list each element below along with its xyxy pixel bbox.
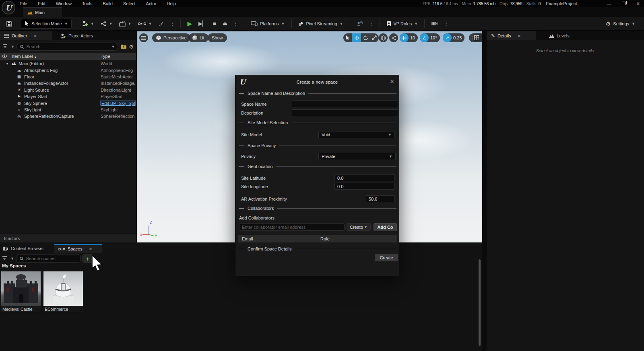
play-options-dots[interactable]: ⋮	[231, 21, 241, 27]
add-actor-dropdown[interactable]: ▼	[78, 19, 97, 28]
table-row-instanced-foliage[interactable]: ◉ InstancedFoliageActor InstancedFoliage…	[0, 80, 136, 86]
rotation-snap-control[interactable]: ∠ 10°	[420, 33, 440, 42]
tab-outliner[interactable]: Outliner ✕	[0, 31, 52, 40]
tab-levels[interactable]: Levels	[545, 31, 574, 40]
edit-blueprint-link[interactable]: Edit BP_Sky_Sphe	[101, 101, 135, 106]
close-spaces-tab-icon[interactable]: ✕	[89, 247, 92, 251]
spaces-search-input[interactable]	[26, 256, 77, 261]
perspective-dropdown[interactable]: Perspective	[152, 33, 190, 42]
table-row-main-editor[interactable]: ▼ Main (Editor) World	[0, 60, 136, 67]
table-row-atmospheric-fog[interactable]: ☁ Atmospheric Fog AtmosphericFog	[0, 67, 136, 73]
lit-dropdown[interactable]: Lit	[188, 33, 208, 42]
create-button[interactable]: Create	[375, 254, 398, 261]
menu-build[interactable]: Build	[103, 1, 113, 6]
close-button[interactable]: ✕	[635, 1, 641, 6]
visibility-eye-icon[interactable]	[0, 54, 9, 59]
vp-roles-dropdown[interactable]: VP Roles▼	[383, 19, 421, 28]
table-row-light-source[interactable]: ☀ Light Source DirectionalLight	[0, 87, 136, 93]
scale-tool-button[interactable]	[370, 33, 379, 42]
camera-options-dots[interactable]: ⋮	[441, 21, 451, 27]
column-item-label[interactable]: Item Label ▲	[12, 54, 37, 59]
table-row-sphere-reflection[interactable]: ◎ SphereReflectionCapture SphereReflecti…	[0, 113, 136, 119]
surface-snapping-button[interactable]	[389, 33, 398, 42]
move-tool-button[interactable]	[352, 33, 361, 42]
table-row-player-start[interactable]: ⚑ Player Start PlayerStart	[0, 93, 136, 100]
menu-window[interactable]: Window	[56, 1, 72, 6]
selection-mode-dropdown[interactable]: Selection Mode▼	[21, 19, 72, 29]
eject-button[interactable]: ⏏	[219, 19, 231, 28]
menu-edit[interactable]: Edit	[38, 1, 45, 6]
privacy-dropdown[interactable]: Private▼	[318, 153, 396, 160]
new-folder-icon[interactable]	[120, 44, 127, 50]
add-collaborator-button[interactable]: Add Co	[374, 223, 397, 231]
save-button[interactable]	[3, 19, 15, 28]
outliner-settings-gear-icon[interactable]: ⚙	[129, 44, 134, 50]
collaborator-role-dropdown[interactable]: Creato▼	[347, 223, 371, 231]
spaces-filter-icon[interactable]	[2, 256, 8, 261]
menu-help[interactable]: Help	[167, 1, 176, 6]
menu-tools[interactable]: Tools	[82, 1, 93, 6]
menu-file[interactable]: File	[20, 1, 27, 6]
stop-button[interactable]: ■	[210, 19, 219, 28]
site-latitude-input[interactable]	[334, 174, 395, 181]
ar-activation-proximity-input[interactable]	[366, 195, 395, 202]
close-outliner-tab-icon[interactable]: ✕	[34, 34, 37, 38]
scale-snap-control[interactable]: ↗ 0.25	[443, 33, 464, 42]
space-card-medieval-castle[interactable]: Medieval Castle	[1, 271, 41, 312]
restore-button[interactable]	[621, 1, 626, 6]
outliner-search-box[interactable]: ▼	[17, 43, 118, 51]
collab-viewer-button[interactable]	[353, 19, 366, 28]
menu-actor[interactable]: Actor	[146, 1, 157, 6]
grid-snap-control[interactable]: 10	[400, 33, 418, 42]
collaborator-email-input[interactable]	[239, 223, 345, 231]
filter-chevron-icon[interactable]: ▼	[11, 45, 14, 49]
section-site-model: Site Model Selection	[239, 120, 396, 125]
virtual-camera-button[interactable]	[428, 19, 441, 28]
menu-select[interactable]: Select	[123, 1, 136, 6]
toolbar-overflow-dots[interactable]: ⋮	[167, 21, 177, 27]
paint-tool-button[interactable]	[155, 19, 167, 28]
viewport-options-menu[interactable]	[139, 33, 148, 42]
table-row-skylight[interactable]: ☼ SkyLight SkyLight	[0, 107, 136, 113]
select-tool-button[interactable]	[343, 33, 352, 42]
blueprints-dropdown[interactable]: ▼	[97, 19, 116, 28]
outliner-column-header[interactable]: Item Label ▲ Type	[0, 53, 136, 60]
foliage-icon: ◉	[16, 81, 22, 86]
dialog-close-icon[interactable]: ✕	[390, 79, 394, 84]
spaces-search-box[interactable]	[16, 255, 80, 263]
space-card-ecommerce[interactable]: ECommerce	[43, 271, 83, 312]
maximize-viewport-button[interactable]	[472, 33, 481, 42]
filter-icon[interactable]	[2, 44, 9, 49]
platforms-dropdown[interactable]: Platforms▼	[248, 20, 288, 28]
vertical-scrollbar[interactable]	[479, 259, 481, 346]
tab-main-level[interactable]: Main	[23, 7, 62, 17]
play-button[interactable]: ▶	[184, 18, 195, 29]
pixel-streaming-dropdown[interactable]: Pixel Streaming▼	[295, 19, 347, 28]
cinematics-dropdown[interactable]: ▼	[116, 19, 135, 28]
sequencer-dropdown[interactable]: ▼	[135, 20, 155, 28]
rotate-tool-button[interactable]	[361, 33, 370, 42]
space-name-input[interactable]	[292, 101, 398, 107]
collab-options-dots[interactable]: ⋮	[366, 21, 376, 27]
tab-place-actors[interactable]: Place Actors	[56, 31, 97, 40]
description-input[interactable]	[292, 109, 398, 116]
show-dropdown[interactable]: Show	[208, 33, 227, 42]
table-row-sky-sphere[interactable]: ◍ Sky Sphere Edit BP_Sky_Sphe	[0, 100, 136, 106]
minimize-button[interactable]: —	[606, 1, 612, 6]
site-longitude-input[interactable]	[334, 183, 395, 190]
expand-caret-icon[interactable]: ▼	[6, 62, 10, 66]
collab-column-email: Email	[242, 236, 253, 241]
table-row-floor[interactable]: ▦ Floor StaticMeshActor	[0, 74, 136, 80]
close-details-tab-icon[interactable]: ✕	[518, 34, 521, 38]
tab-spaces[interactable]: Spaces ✕	[54, 244, 102, 253]
tab-details[interactable]: ✎ Details ✕	[487, 31, 536, 40]
world-space-toggle[interactable]	[379, 33, 388, 42]
spaces-filter-chevron-icon[interactable]: ▼	[10, 257, 14, 261]
settings-dropdown[interactable]: ⚙ Settings▼	[603, 19, 638, 29]
column-type[interactable]: Type	[101, 54, 110, 59]
tab-content-browser[interactable]: Content Browser	[0, 244, 48, 253]
site-model-dropdown[interactable]: Void▼	[318, 131, 395, 138]
frame-skip-button[interactable]: ▶▏	[195, 19, 210, 28]
outliner-search-input[interactable]	[27, 44, 109, 49]
transform-tools-group	[343, 33, 379, 42]
